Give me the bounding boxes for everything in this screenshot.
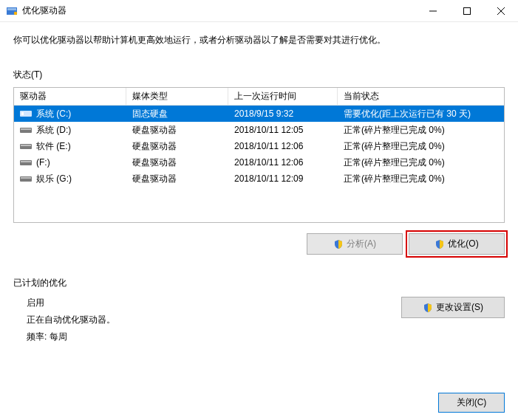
drive-media: 硬盘驱动器	[126, 123, 228, 138]
column-header-lastrun[interactable]: 上一次运行时间	[228, 87, 338, 106]
schedule-frequency-value: 每周	[50, 331, 67, 342]
svg-rect-12	[21, 145, 31, 146]
window-titlebar: 优化驱动器	[0, 0, 518, 22]
drive-name: (F:)	[36, 157, 50, 168]
schedule-frequency: 频率: 每周	[27, 331, 401, 343]
drive-name: 娱乐 (G:)	[36, 173, 72, 185]
window-title: 优化驱动器	[22, 4, 67, 17]
svg-rect-14	[21, 161, 31, 162]
drive-name: 系统 (D:)	[36, 124, 71, 137]
close-button[interactable]: 关闭(C)	[438, 393, 505, 413]
column-header-drive[interactable]: 驱动器	[14, 87, 126, 106]
drive-icon	[20, 125, 32, 134]
drive-row[interactable]: 软件 (E:)硬盘驱动器2018/10/11 12:06正常(碎片整理已完成 0…	[14, 138, 504, 154]
close-window-button[interactable]	[484, 0, 518, 22]
drive-icon	[20, 158, 32, 167]
drive-state: 正常(碎片整理已完成 0%)	[338, 123, 504, 138]
svg-rect-16	[21, 177, 31, 179]
drive-row[interactable]: 系统 (D:)硬盘驱动器2018/10/11 12:05正常(碎片整理已完成 0…	[14, 122, 504, 138]
page-description: 你可以优化驱动器以帮助计算机更高效地运行，或者分析驱动器以了解是否需要对其进行优…	[13, 34, 505, 47]
change-settings-button-label: 更改设置(S)	[436, 301, 483, 314]
analyze-button: 分析(A)	[307, 233, 403, 255]
analyze-button-label: 分析(A)	[347, 238, 376, 250]
svg-rect-10	[21, 128, 31, 130]
column-header-media[interactable]: 媒体类型	[126, 87, 228, 106]
close-button-label: 关闭(C)	[457, 396, 487, 409]
schedule-section-label: 已计划的优化	[13, 277, 505, 289]
minimize-button[interactable]	[416, 0, 450, 22]
status-section-label: 状态(T)	[13, 69, 505, 81]
svg-rect-1	[7, 8, 16, 10]
maximize-button[interactable]	[450, 0, 484, 22]
drive-name: 系统 (C:)	[36, 108, 71, 120]
drive-icon	[20, 109, 32, 118]
drive-lastrun: 2018/10/11 12:09	[228, 172, 338, 185]
drive-state: 正常(碎片整理已完成 0%)	[338, 155, 504, 171]
svg-rect-4	[464, 7, 471, 14]
shield-icon	[333, 239, 344, 249]
drive-state: 需要优化(距上次运行已有 30 天)	[338, 106, 504, 122]
drive-media: 硬盘驱动器	[126, 139, 228, 154]
app-icon	[6, 5, 18, 17]
drive-state: 正常(碎片整理已完成 0%)	[338, 171, 504, 187]
drive-media: 硬盘驱动器	[126, 171, 228, 187]
column-header-state[interactable]: 当前状态	[338, 87, 504, 106]
drive-icon	[20, 142, 32, 151]
schedule-enabled-label: 启用	[27, 297, 401, 309]
optimize-button-label: 优化(O)	[448, 238, 478, 250]
drive-list-panel: 驱动器 媒体类型 上一次运行时间 当前状态 系统 (C:)固态硬盘2018/9/…	[13, 87, 505, 223]
svg-point-2	[14, 11, 17, 14]
drive-row[interactable]: (F:)硬盘驱动器2018/10/11 12:06正常(碎片整理已完成 0%)	[14, 154, 504, 171]
drive-row[interactable]: 娱乐 (G:)硬盘驱动器2018/10/11 12:09正常(碎片整理已完成 0…	[14, 171, 504, 187]
drive-media: 硬盘驱动器	[126, 155, 228, 171]
drive-icon	[20, 174, 32, 183]
schedule-info: 启用 正在自动优化驱动器。 频率: 每周	[13, 297, 401, 343]
shield-icon	[434, 239, 445, 249]
change-settings-button[interactable]: 更改设置(S)	[401, 297, 505, 318]
drive-lastrun: 2018/10/11 12:06	[228, 156, 338, 169]
drive-lastrun: 2018/9/15 9:32	[228, 107, 338, 120]
drive-lastrun: 2018/10/11 12:06	[228, 140, 338, 153]
schedule-description: 正在自动优化驱动器。	[27, 314, 401, 326]
drive-row[interactable]: 系统 (C:)固态硬盘2018/9/15 9:32需要优化(距上次运行已有 30…	[14, 106, 504, 122]
drive-name: 软件 (E:)	[36, 140, 71, 153]
shield-icon	[423, 303, 433, 313]
schedule-frequency-label: 频率:	[27, 331, 47, 342]
svg-rect-8	[21, 112, 24, 115]
optimize-button[interactable]: 优化(O)	[409, 233, 505, 255]
drive-state: 正常(碎片整理已完成 0%)	[338, 139, 504, 154]
drive-lastrun: 2018/10/11 12:05	[228, 123, 338, 137]
drive-list-header: 驱动器 媒体类型 上一次运行时间 当前状态	[14, 88, 504, 106]
drive-media: 固态硬盘	[126, 106, 228, 122]
